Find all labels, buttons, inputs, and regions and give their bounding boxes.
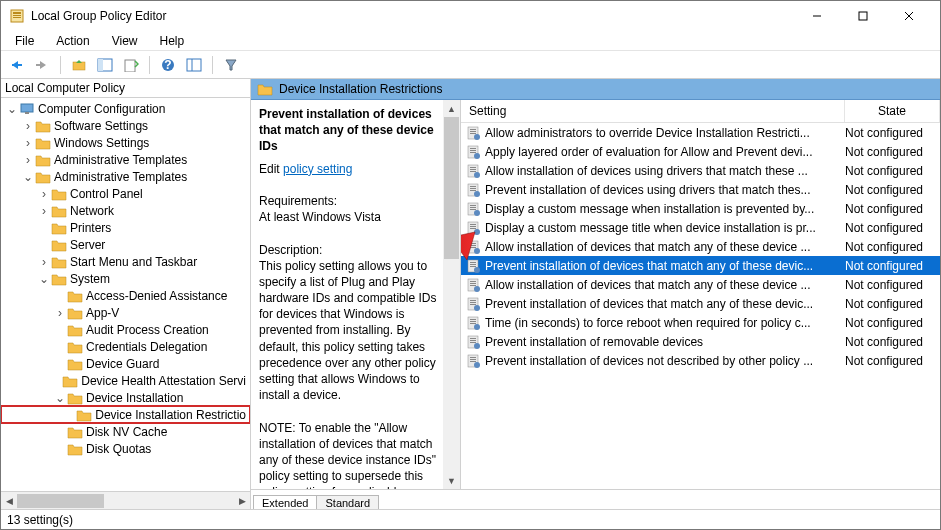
tree-node-server[interactable]: Server <box>1 236 250 253</box>
forward-button[interactable] <box>31 54 53 76</box>
tree-node-device-health[interactable]: Device Health Attestation Servi <box>1 372 250 389</box>
export-list-button[interactable] <box>120 54 142 76</box>
close-button[interactable] <box>886 1 932 31</box>
tree-node-label: Windows Settings <box>54 136 149 150</box>
tree-node-label: Disk Quotas <box>86 442 151 456</box>
toolbar-separator <box>60 56 61 74</box>
scroll-track[interactable] <box>443 117 460 472</box>
tab-extended[interactable]: Extended <box>253 495 317 509</box>
chevron-down-icon[interactable]: ⌄ <box>53 391 67 405</box>
svg-point-79 <box>474 343 480 349</box>
maximize-button[interactable] <box>840 1 886 31</box>
tree-node-device-guard[interactable]: Device Guard <box>1 355 250 372</box>
scroll-thumb[interactable] <box>444 117 459 259</box>
svg-rect-32 <box>470 169 476 170</box>
scroll-down-icon[interactable]: ▼ <box>443 472 460 489</box>
tree-node-label: Administrative Templates <box>54 170 187 184</box>
setting-row[interactable]: Time (in seconds) to force reboot when r… <box>461 313 940 332</box>
folder-icon <box>51 204 67 218</box>
folder-icon <box>67 340 83 354</box>
setting-row[interactable]: Prevent installation of removable device… <box>461 332 940 351</box>
up-button[interactable] <box>68 54 90 76</box>
menu-help[interactable]: Help <box>154 32 191 50</box>
tree-node-software-settings[interactable]: ›Software Settings <box>1 117 250 134</box>
settings-list[interactable]: Allow administrators to override Device … <box>461 123 940 489</box>
scroll-track[interactable] <box>17 493 234 509</box>
folder-icon <box>67 425 83 439</box>
tab-standard[interactable]: Standard <box>316 495 379 509</box>
scroll-up-icon[interactable]: ▲ <box>443 100 460 117</box>
tree-node-cred-delegation[interactable]: Credentials Delegation <box>1 338 250 355</box>
column-header-setting[interactable]: Setting <box>461 100 845 122</box>
svg-rect-73 <box>470 323 476 324</box>
chevron-down-icon[interactable]: ⌄ <box>5 102 19 116</box>
minimize-button[interactable] <box>794 1 840 31</box>
setting-row[interactable]: Allow administrators to override Device … <box>461 123 940 142</box>
back-button[interactable] <box>5 54 27 76</box>
chevron-right-icon[interactable]: › <box>53 306 67 320</box>
tree-header[interactable]: Local Computer Policy <box>1 79 250 98</box>
tree-node-start-menu-taskbar[interactable]: ›Start Menu and Taskbar <box>1 253 250 270</box>
tree-node-printers[interactable]: Printers <box>1 219 250 236</box>
menu-file[interactable]: File <box>9 32 40 50</box>
tree-node-control-panel[interactable]: ›Control Panel <box>1 185 250 202</box>
scroll-thumb[interactable] <box>17 494 104 508</box>
setting-row[interactable]: Display a custom message when installati… <box>461 199 940 218</box>
show-hide-tree-button[interactable] <box>94 54 116 76</box>
chevron-right-icon[interactable]: › <box>37 255 51 269</box>
scroll-left-icon[interactable]: ◀ <box>1 493 17 509</box>
properties-button[interactable] <box>183 54 205 76</box>
tree-node-audit-process[interactable]: Audit Process Creation <box>1 321 250 338</box>
setting-row[interactable]: Prevent installation of devices that mat… <box>461 256 940 275</box>
tree-node-admin-templates-1[interactable]: ›Administrative Templates <box>1 151 250 168</box>
menu-view[interactable]: View <box>106 32 144 50</box>
tree-node-system[interactable]: ⌄System <box>1 270 250 287</box>
scroll-right-icon[interactable]: ▶ <box>234 493 250 509</box>
tree-node-admin-templates-2[interactable]: ⌄Administrative Templates <box>1 168 250 185</box>
tree-node-windows-settings[interactable]: ›Windows Settings <box>1 134 250 151</box>
chevron-right-icon[interactable]: › <box>21 136 35 150</box>
setting-row[interactable]: Display a custom message title when devi… <box>461 218 940 237</box>
setting-state: Not configured <box>845 240 940 254</box>
tree-scroll[interactable]: ⌄Computer Configuration›Software Setting… <box>1 98 250 491</box>
menu-action[interactable]: Action <box>50 32 95 50</box>
chevron-right-icon[interactable]: › <box>21 153 35 167</box>
setting-row[interactable]: Allow installation of devices using driv… <box>461 161 940 180</box>
chevron-right-icon[interactable]: › <box>37 187 51 201</box>
tree-node-device-install[interactable]: ⌄Device Installation <box>1 389 250 406</box>
setting-row[interactable]: Apply layered order of evaluation for Al… <box>461 142 940 161</box>
svg-rect-8 <box>12 64 22 66</box>
chevron-right-icon[interactable]: › <box>37 204 51 218</box>
chevron-right-icon[interactable]: › <box>21 119 35 133</box>
tree-node-computer-config[interactable]: ⌄Computer Configuration <box>1 100 250 117</box>
setting-row[interactable]: Allow installation of devices that match… <box>461 275 940 294</box>
svg-rect-53 <box>470 247 476 248</box>
setting-row[interactable]: Prevent installation of devices not desc… <box>461 351 940 370</box>
tree-node-disk-nv-cache[interactable]: Disk NV Cache <box>1 423 250 440</box>
tree-node-access-denied[interactable]: Access-Denied Assistance <box>1 287 250 304</box>
svg-rect-43 <box>470 209 476 210</box>
setting-state: Not configured <box>845 126 940 140</box>
chevron-down-icon[interactable]: ⌄ <box>21 170 35 184</box>
svg-point-24 <box>474 134 480 140</box>
filter-button[interactable] <box>220 54 242 76</box>
horizontal-scrollbar[interactable]: ◀ ▶ <box>1 491 250 509</box>
setting-row[interactable]: Prevent installation of devices that mat… <box>461 294 940 313</box>
policy-setting-link[interactable]: policy setting <box>283 162 352 176</box>
help-button[interactable]: ? <box>157 54 179 76</box>
tree-node-network[interactable]: ›Network <box>1 202 250 219</box>
svg-rect-21 <box>470 129 476 130</box>
setting-row[interactable]: Allow installation of devices that match… <box>461 237 940 256</box>
setting-label: Allow installation of devices that match… <box>485 240 845 254</box>
setting-label: Prevent installation of devices that mat… <box>485 297 845 311</box>
svg-rect-63 <box>470 285 476 286</box>
tree-node-disk-quotas[interactable]: Disk Quotas <box>1 440 250 457</box>
vertical-scrollbar[interactable]: ▲ ▼ <box>443 100 460 489</box>
setting-row[interactable]: Prevent installation of devices using dr… <box>461 180 940 199</box>
svg-rect-27 <box>470 150 476 151</box>
chevron-down-icon[interactable]: ⌄ <box>37 272 51 286</box>
tree-node-app-v[interactable]: ›App-V <box>1 304 250 321</box>
column-header-state[interactable]: State <box>845 100 940 122</box>
tree-node-device-install-restr[interactable]: Device Installation Restrictio <box>1 406 250 423</box>
svg-rect-18 <box>21 104 33 112</box>
